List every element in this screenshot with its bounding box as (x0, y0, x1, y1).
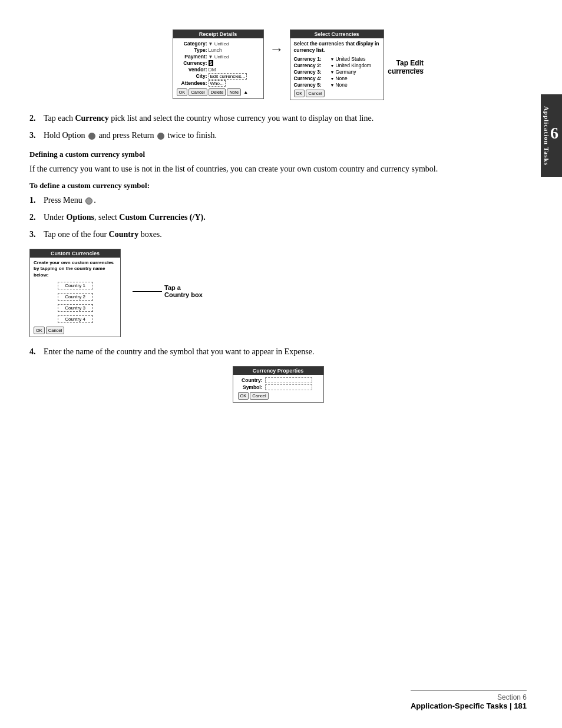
country-1-box[interactable]: Country 1 (58, 282, 93, 289)
currency-5-arrow-icon: ▼ (330, 83, 335, 87)
options-bold: Options (67, 213, 94, 222)
step-4: 4. Enter the name of the country and the… (29, 345, 527, 358)
tap-edit-line1: Tap Edit (388, 59, 424, 67)
currency-5-label: Currency 5: (294, 82, 330, 88)
currency-4-arrow-icon: ▼ (330, 77, 335, 81)
props-ok-button[interactable]: OK (238, 392, 249, 400)
props-symbol-field[interactable] (265, 384, 312, 390)
currencies-ok-button[interactable]: OK (294, 90, 305, 97)
currencies-cancel-button[interactable]: Cancel (306, 90, 324, 97)
vendor-value: DM (209, 67, 216, 73)
props-symbol-label: Symbol: (238, 384, 263, 390)
step-3-num: 3. (29, 129, 38, 141)
tap-annotation2-text: Tap a Country box (164, 284, 203, 298)
currency-row-5: Currency 5: ▼ None (294, 82, 380, 88)
step-3-content: Hold Option and press Return twice to fi… (44, 129, 527, 141)
payment-value: ▼ Unfiled (209, 54, 229, 60)
receipt-row-currency: Currency: $ (177, 60, 260, 66)
receipt-details-body: Category: ▼ Unfiled Type: Lunch Payment:… (173, 38, 263, 98)
side-tab: Application Tasks 6 (541, 94, 562, 177)
country-3-box[interactable]: Country 3 (58, 304, 93, 312)
tap-edit-annotation: Tap Edit currencies (388, 59, 424, 75)
currency-1-arrow-icon: ▼ (330, 57, 335, 61)
currency-2-arrow-icon: ▼ (330, 64, 335, 68)
ok-button[interactable]: OK (177, 88, 188, 96)
currency-label: Currency: (177, 60, 207, 66)
tap-annotation-line (394, 70, 424, 70)
procedure-heading: To define a custom currency symbol: (29, 181, 527, 190)
proc-step-3-num: 3. (29, 228, 38, 241)
select-currencies-panel: Select Currencies Select the currencies … (290, 29, 384, 100)
country-bold: Country (109, 230, 139, 239)
custom-cancel-button[interactable]: Cancel (46, 327, 64, 334)
currency-1-label: Currency 1: (294, 56, 330, 62)
note-button[interactable]: Note (227, 88, 241, 96)
tap-a-line: Tap a (164, 284, 203, 291)
return-icon (157, 133, 164, 140)
props-country-field[interactable] (265, 377, 312, 383)
delete-button[interactable]: Delete (209, 88, 226, 96)
proc-step-2-content: Under Options, select Custom Currencies … (44, 211, 527, 223)
receipt-row-category: Category: ▼ Unfiled (177, 41, 260, 47)
currencies-desc: Select the currencies that display in cu… (294, 41, 380, 54)
edit-currencies-box[interactable]: Edit currencies... (209, 73, 247, 80)
proc-step-3: 3. Tap one of the four Country boxes. (29, 228, 527, 241)
props-row-country: Country: (238, 377, 319, 383)
category-value: ▼ Unfiled (209, 41, 229, 47)
tap-annotation2-line (133, 291, 162, 292)
proc-step-1: 1. Press Menu . (29, 194, 527, 206)
custom-currencies-body: Create your own custom currencies by tap… (30, 258, 120, 337)
section-desc: If the currency you want to use is not i… (29, 163, 527, 175)
page-footer: Section 6 Application-Specific Tasks | 1… (411, 690, 527, 710)
receipt-buttons: OK Cancel Delete Note ▲ (177, 88, 260, 96)
receipt-details-panel: Receipt Details Category: ▼ Unfiled Type… (173, 29, 264, 99)
footer-title-page: Application-Specific Tasks | 181 (411, 701, 527, 710)
section-heading: Defining a custom currency symbol (29, 150, 527, 159)
payment-label: Payment: (177, 54, 207, 60)
props-country-label: Country: (238, 377, 263, 383)
step-3: 3. Hold Option and press Return twice to… (29, 129, 527, 141)
custom-currencies-bold: Custom Currencies (/Y). (119, 213, 205, 222)
currency-value: $ (209, 60, 214, 66)
select-currencies-title: Select Currencies (290, 30, 384, 38)
receipt-details-title: Receipt Details (173, 30, 263, 38)
custom-currencies-buttons: OK Cancel (34, 327, 117, 334)
custom-desc: Create your own custom currencies by tap… (34, 260, 117, 278)
side-tab-number: 6 (551, 124, 560, 143)
currency-1-value: United States (335, 56, 365, 62)
currency-3-value: Germany (335, 69, 356, 75)
props-panel-container: Currency Properties Country: Symbol: OK … (29, 366, 527, 403)
who-box[interactable]: Who... (209, 80, 226, 87)
menu-icon (85, 197, 92, 205)
custom-ok-button[interactable]: OK (34, 327, 45, 334)
select-currencies-body: Select the currencies that display in cu… (290, 38, 384, 100)
footer-title: Application-Specific Tasks (411, 701, 507, 710)
proc-step-2-num: 2. (29, 211, 38, 223)
country-box-line: Country box (164, 291, 203, 298)
tap-annotation2-container: Tap a Country box (133, 284, 203, 298)
city-label: City: (177, 73, 207, 79)
proc-step-3-content: Tap one of the four Country boxes. (44, 228, 527, 241)
step-4-num: 4. (29, 345, 38, 358)
currencies-buttons: OK Cancel (294, 90, 380, 97)
props-cancel-button[interactable]: Cancel (250, 392, 268, 400)
currency-2-value: United Kingdom (335, 62, 371, 68)
country-2-box[interactable]: Country 2 (58, 293, 93, 301)
receipt-row-attendees: Attendees: Who... (177, 80, 260, 87)
cancel-button[interactable]: Cancel (189, 88, 207, 96)
step-2-content: Tap each Currency pick list and select t… (44, 112, 527, 124)
scroll-up-icon: ▲ (243, 90, 248, 95)
arrow-container: → (264, 41, 290, 57)
proc-step-1-content: Press Menu . (44, 194, 527, 206)
props-buttons: OK Cancel (238, 392, 319, 400)
right-arrow-icon: → (270, 41, 284, 57)
currency-row-4: Currency 4: ▼ None (294, 75, 380, 81)
currency-5-value: None (335, 82, 347, 88)
props-panel-title: Currency Properties (233, 367, 323, 375)
receipt-row-type: Type: Lunch (177, 47, 260, 53)
currency-4-value: None (335, 75, 347, 81)
custom-currencies-panel: Custom Currencies Create your own custom… (29, 249, 121, 337)
country-4-box[interactable]: Country 4 (58, 315, 93, 323)
vendor-label: Vendor: (177, 67, 207, 73)
currency-3-arrow-icon: ▼ (330, 70, 335, 74)
